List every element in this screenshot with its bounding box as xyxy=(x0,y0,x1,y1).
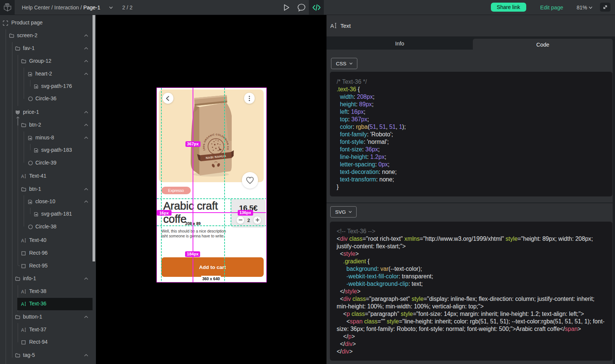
svg-text:A: A xyxy=(21,238,24,243)
svg-text:A: A xyxy=(21,327,24,332)
svg-text:A: A xyxy=(21,302,24,307)
svg-text:A: A xyxy=(21,289,24,295)
svg-text:A: A xyxy=(21,174,24,179)
svg-text:A: A xyxy=(330,23,334,29)
